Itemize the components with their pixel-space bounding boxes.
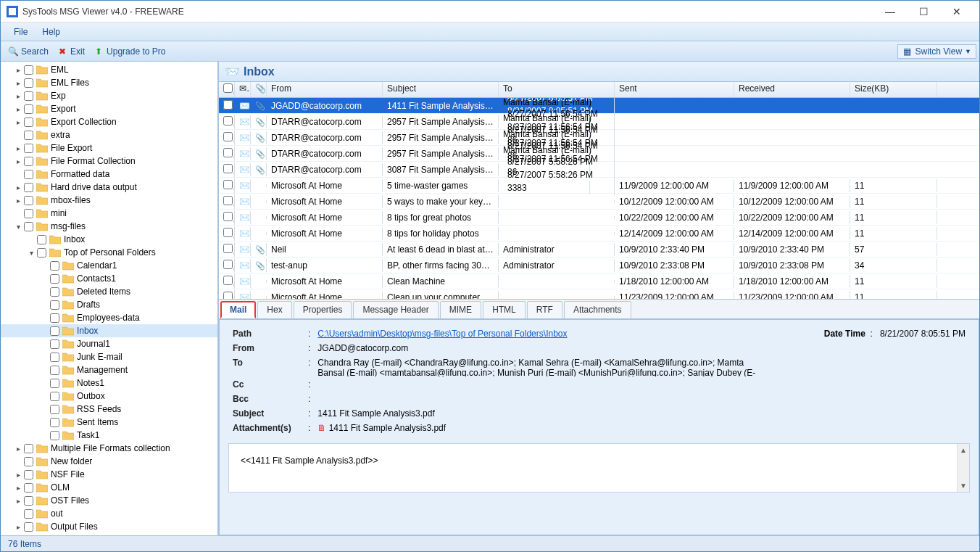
tree-checkbox[interactable] (50, 313, 59, 323)
tree-checkbox[interactable] (24, 78, 33, 88)
tree-item[interactable]: ▸File Export (1, 141, 217, 155)
tree-item[interactable]: ▸EML Files (1, 76, 217, 89)
switch-view-button[interactable]: ▦ Switch View ▼ (897, 44, 976, 59)
tree-checkbox[interactable] (50, 300, 59, 310)
tree-item[interactable]: Calendar1 (1, 259, 217, 272)
col-sent[interactable]: Sent (615, 82, 734, 97)
tree-checkbox[interactable] (50, 261, 59, 271)
search-button[interactable]: 🔍 Search (4, 45, 53, 58)
tab-hex[interactable]: Hex (257, 301, 291, 318)
expander-icon[interactable]: ▾ (27, 249, 36, 257)
col-size[interactable]: Size(KB) (850, 82, 937, 97)
tree-checkbox[interactable] (24, 470, 33, 479)
tree-checkbox[interactable] (50, 353, 59, 362)
tree-item[interactable]: ▸Multiple File Formats collection (1, 442, 217, 455)
tree-item[interactable]: ▸OST Files (1, 494, 217, 507)
tree-item[interactable]: ▸NSF File (1, 468, 217, 481)
tree-item[interactable]: out (1, 507, 217, 520)
tree-checkbox[interactable] (50, 274, 59, 284)
tree-checkbox[interactable] (24, 170, 33, 179)
message-row[interactable]: ✉️📎NeilAt least 6 dead in blast at C...A… (219, 242, 979, 258)
tree-item[interactable]: Task1 (1, 429, 217, 442)
col-attachment[interactable]: 📎 (251, 82, 267, 97)
row-checkbox[interactable] (223, 100, 233, 110)
tab-attachments[interactable]: Attachments (564, 301, 631, 318)
grid-body[interactable]: ✉️📎JGADD@catocorp.com1411 Fit Sample Ana… (219, 98, 979, 299)
expander-icon[interactable]: ▸ (14, 484, 22, 492)
message-row[interactable]: ✉️Microsoft At Home8 tips for great phot… (219, 210, 979, 226)
row-checkbox[interactable] (223, 212, 233, 221)
row-checkbox[interactable] (223, 260, 233, 269)
tree-item[interactable]: Drafts (1, 298, 217, 311)
expander-icon[interactable]: ▸ (14, 184, 22, 191)
tree-checkbox[interactable] (50, 287, 59, 297)
tab-rtf[interactable]: RTF (527, 301, 562, 318)
attachments-value[interactable]: 1411 Fit Sample Analysis3.pdf (329, 423, 446, 433)
menu-help[interactable]: Help (35, 25, 67, 39)
col-envelope[interactable]: ✉ (235, 82, 251, 97)
tree-item[interactable]: ▸Output Files (1, 520, 217, 533)
tree-checkbox[interactable] (50, 339, 59, 349)
tree-item[interactable]: New folder (1, 455, 217, 468)
expander-icon[interactable]: ▸ (14, 79, 22, 87)
tree-checkbox[interactable] (24, 444, 33, 453)
message-row[interactable]: ✉️Microsoft At Home8 tips for holiday ph… (219, 226, 979, 242)
row-checkbox[interactable] (223, 164, 233, 173)
expander-icon[interactable]: ▸ (14, 92, 22, 100)
tab-message-header[interactable]: Message Header (353, 301, 438, 318)
folder-tree[interactable]: ▸EML▸EML Files▸Exp▸Export▸Export Collect… (1, 62, 217, 535)
expander-icon[interactable]: ▾ (14, 223, 22, 231)
row-checkbox[interactable] (223, 276, 233, 285)
tree-checkbox[interactable] (24, 483, 33, 493)
tree-checkbox[interactable] (50, 379, 59, 388)
expander-icon[interactable]: ▸ (14, 471, 22, 479)
tree-checkbox[interactable] (24, 209, 33, 218)
scroll-up-icon[interactable]: ▲ (958, 444, 969, 456)
tree-item[interactable]: Employees-data (1, 311, 217, 324)
tree-checkbox[interactable] (24, 91, 33, 101)
row-checkbox[interactable] (223, 116, 233, 125)
col-checkbox[interactable] (219, 82, 235, 97)
tree-checkbox[interactable] (24, 522, 33, 532)
expander-icon[interactable]: ▸ (14, 497, 22, 505)
path-value[interactable]: C:\Users\admin\Desktop\msg-files\Top of … (317, 329, 567, 339)
expander-icon[interactable]: ▸ (14, 157, 22, 165)
tree-checkbox[interactable] (37, 235, 46, 244)
tree-item[interactable]: ▸Hard drive data output (1, 181, 217, 194)
upgrade-button[interactable]: ⬆ Upgrade to Pro (89, 45, 170, 58)
tree-checkbox[interactable] (24, 157, 33, 166)
tree-checkbox[interactable] (24, 496, 33, 506)
expander-icon[interactable]: ▸ (14, 197, 22, 205)
minimize-button[interactable]: — (873, 1, 907, 22)
tree-item[interactable]: ▸EML (1, 63, 217, 76)
tree-item[interactable]: ▸OLM (1, 481, 217, 494)
tree-checkbox[interactable] (50, 418, 59, 427)
col-received[interactable]: Received (734, 82, 850, 97)
tree-item[interactable]: ▸Export Collection (1, 115, 217, 128)
body-scrollbar[interactable]: ▲ ▼ (957, 444, 969, 492)
message-row[interactable]: ✉️📎DTARR@catocorp.com3087 Fit Sample Ana… (219, 162, 979, 178)
tree-item[interactable]: ▸File Format Collection (1, 155, 217, 168)
tree-item[interactable]: Junk E-mail (1, 350, 217, 363)
tree-item[interactable]: ▸mbox-files (1, 194, 217, 207)
tab-properties[interactable]: Properties (294, 301, 352, 318)
tree-checkbox[interactable] (50, 405, 59, 414)
tree-checkbox[interactable] (37, 248, 46, 258)
row-checkbox[interactable] (223, 228, 233, 237)
tree-item[interactable]: ▾msg-files (1, 220, 217, 233)
col-subject[interactable]: Subject (383, 82, 499, 97)
tree-item[interactable]: Deleted Items (1, 285, 217, 298)
tree-checkbox[interactable] (50, 326, 59, 336)
expander-icon[interactable]: ▸ (14, 105, 22, 113)
tree-item[interactable]: Outbox (1, 390, 217, 403)
tree-item[interactable]: ▾Top of Personal Folders (1, 246, 217, 259)
tree-item[interactable]: Formatted data (1, 168, 217, 181)
tree-checkbox[interactable] (24, 131, 33, 140)
tree-item[interactable]: Sent Items (1, 416, 217, 429)
message-row[interactable]: ✉️Microsoft At HomeClean Machine1/18/201… (219, 273, 979, 289)
tree-item[interactable]: Management (1, 363, 217, 376)
row-checkbox[interactable] (223, 196, 233, 205)
message-row[interactable]: ✉️📎test-anupBP, other firms facing 300 l… (219, 258, 979, 273)
tree-item[interactable]: extra (1, 128, 217, 141)
tree-checkbox[interactable] (24, 183, 33, 192)
